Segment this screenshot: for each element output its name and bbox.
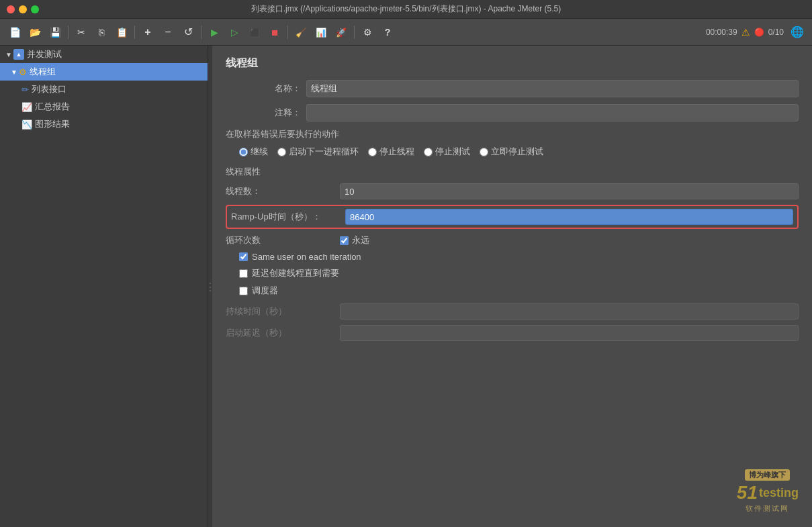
radio-stop-thread-input[interactable]: [368, 148, 377, 156]
startup-delay-input[interactable]: [340, 325, 799, 341]
radio-continue-input[interactable]: [239, 148, 248, 156]
timer-display: 00:00:39: [706, 28, 737, 37]
radio-start-next-input[interactable]: [277, 148, 286, 156]
remove-button[interactable]: [159, 23, 177, 42]
sampler-icon: ✏: [21, 85, 29, 95]
collapse-arrow-test-plan: ▼: [5, 51, 12, 58]
clear-icon: [296, 27, 306, 38]
radio-stop-test-now[interactable]: 立即停止测试: [480, 146, 543, 158]
add-button[interactable]: [138, 23, 157, 42]
duration-row: 持续时间（秒）: [226, 303, 799, 320]
radio-start-next-label: 启动下一进程循环: [289, 146, 359, 158]
radio-continue-label: 继续: [251, 146, 268, 158]
ramp-up-row: Ramp-Up时间（秒）：: [226, 205, 799, 229]
watermark-number: 51: [737, 482, 758, 504]
error-indicator: 🔴: [754, 28, 764, 37]
sidebar-item-summary-report[interactable]: 📈 汇总报告: [0, 98, 208, 115]
new-button[interactable]: [5, 23, 24, 42]
sidebar: ▼ ▲ 并发测试 ▼ ⚙ 线程组 ✏ 列表接口 📈 汇总报告 📉 图形结果: [0, 46, 208, 527]
delay-create-checkbox[interactable]: [239, 269, 248, 278]
name-input[interactable]: [306, 80, 799, 97]
loop-forever-checkbox[interactable]: [340, 236, 349, 245]
help-icon: [385, 27, 391, 38]
comment-row: 注释：: [226, 104, 799, 122]
delay-create-row[interactable]: 延迟创建线程直到需要: [239, 267, 799, 279]
test-plan-icon: ▲: [13, 49, 24, 60]
stop-button[interactable]: [245, 23, 264, 42]
start-button[interactable]: [205, 23, 224, 42]
radio-stop-thread[interactable]: 停止线程: [368, 146, 414, 158]
sidebar-item-list-interface[interactable]: ✏ 列表接口: [0, 81, 208, 98]
counter-display: 0/10: [768, 28, 784, 37]
help-button[interactable]: [378, 23, 397, 42]
close-button[interactable]: [7, 5, 15, 13]
props-icon: [363, 27, 372, 38]
ramp-up-input[interactable]: [345, 209, 793, 225]
maximize-button[interactable]: [31, 5, 39, 13]
scheduler-label: 调度器: [252, 285, 278, 297]
radio-stop-test-label: 停止测试: [435, 146, 470, 158]
action-on-error-group: 继续 启动下一进程循环 停止线程 停止测试 立即停止测试: [239, 146, 799, 158]
same-user-label: Same user on each iteration: [252, 252, 361, 262]
sep5: [354, 26, 355, 39]
loop-forever-container: 永远: [340, 234, 369, 246]
radio-stop-test-input[interactable]: [424, 148, 433, 156]
summary-report-label: 汇总报告: [35, 101, 70, 113]
radio-stop-thread-label: 停止线程: [379, 146, 414, 158]
clear-button[interactable]: [291, 23, 310, 42]
thread-group-label: 线程组: [30, 66, 56, 78]
duration-label: 持续时间（秒）: [226, 305, 340, 318]
name-row: 名称：: [226, 80, 799, 97]
stop-now-button[interactable]: [265, 23, 284, 42]
watermark: 博为峰旗下 51 testing 软件测试网: [737, 469, 799, 514]
rotate-icon: [184, 26, 193, 38]
open-button[interactable]: [26, 23, 44, 42]
copy-button[interactable]: [92, 23, 111, 42]
same-user-row[interactable]: Same user on each iteration: [239, 252, 799, 262]
toolbar-right: 00:00:39 ⚠ 🔴 0/10 🌐: [706, 23, 807, 42]
startup-delay-row: 启动延迟（秒）: [226, 325, 799, 341]
sidebar-item-graph-result[interactable]: 📉 图形结果: [0, 115, 208, 133]
scheduler-checkbox[interactable]: [239, 287, 248, 295]
stopall-icon: [271, 27, 279, 38]
save-icon: [50, 27, 61, 38]
radio-stop-test[interactable]: 停止测试: [424, 146, 470, 158]
list-interface-label: 列表接口: [32, 83, 66, 95]
graph-result-label: 图形结果: [35, 118, 70, 130]
radio-start-next[interactable]: 启动下一进程循环: [277, 146, 359, 158]
watermark-badge: 博为峰旗下: [745, 469, 790, 481]
action-on-error-label: 在取样器错误后要执行的动作: [226, 128, 799, 140]
radio-continue[interactable]: 继续: [239, 146, 268, 158]
start-nolog-button[interactable]: [225, 23, 244, 42]
thread-group-icon: ⚙: [19, 67, 27, 77]
props-button[interactable]: [358, 23, 377, 42]
network-button[interactable]: 🌐: [788, 23, 807, 42]
add-icon: [144, 26, 150, 38]
radio-stop-test-now-input[interactable]: [480, 148, 488, 156]
same-user-checkbox[interactable]: [239, 252, 248, 261]
run-button[interactable]: [332, 23, 351, 42]
traffic-lights: [7, 5, 39, 13]
thread-count-input[interactable]: [340, 183, 799, 199]
duration-input[interactable]: [340, 303, 799, 320]
toolbar: 00:00:39 ⚠ 🔴 0/10 🌐: [0, 19, 812, 46]
paste-button[interactable]: [112, 23, 131, 42]
remove-icon: [165, 26, 171, 38]
sidebar-resize-handle[interactable]: [208, 46, 212, 527]
thread-count-row: 线程数：: [226, 183, 799, 199]
cut-button[interactable]: [72, 23, 91, 42]
delay-create-label: 延迟创建线程直到需要: [252, 267, 339, 279]
run-icon: [336, 27, 347, 38]
minimize-button[interactable]: [19, 5, 27, 13]
paste-icon: [116, 27, 128, 38]
comment-input[interactable]: [306, 104, 799, 122]
scheduler-row[interactable]: 调度器: [239, 285, 799, 297]
sidebar-item-thread-group[interactable]: ▼ ⚙ 线程组: [0, 63, 208, 81]
watermark-sub: 软件测试网: [746, 504, 789, 514]
report-button[interactable]: [312, 23, 330, 42]
rotate-button[interactable]: [179, 23, 197, 42]
sidebar-item-test-plan[interactable]: ▼ ▲ 并发测试: [0, 46, 208, 63]
sep1: [68, 26, 69, 39]
save-button[interactable]: [46, 23, 64, 42]
listener-icon: 📈: [21, 102, 32, 112]
